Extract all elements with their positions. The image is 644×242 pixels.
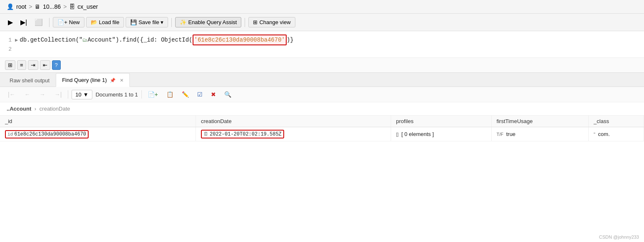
col-class: _class (589, 116, 644, 127)
main-toolbar: ▶ ▶| ⬜ 📄+ New 📂 Load file 💾 Save file ▾ … (0, 14, 644, 31)
line-number-1: 1 (3, 36, 12, 45)
line-number-2: 2 (3, 45, 12, 54)
id-value-wrapper: id 61e8c26c130da90008ba4670 (5, 130, 89, 138)
code-objectid: '61e8c26c130da90008ba4670' (193, 35, 287, 45)
save-icon: 💾 (130, 19, 137, 25)
wand-icon: ✨ (180, 19, 186, 25)
tree-sep: › (35, 106, 36, 112)
id-type-icon: id (7, 132, 13, 137)
view-icon: ⊞ (253, 19, 258, 25)
col-first-time-usage: firstTimeUsage (491, 116, 589, 127)
editor-icon-toolbar: ⊞ ≡ ⇥ ⇤ ? (0, 57, 644, 72)
tree-collection: ..Account (7, 106, 31, 112)
last-page-button[interactable]: →| (52, 90, 65, 99)
cell-class: " com. (589, 127, 644, 141)
enable-query-assist-button[interactable]: ✨ Enable Query Assist (175, 17, 241, 27)
change-view-button[interactable]: ⊞ Change view (248, 17, 295, 27)
breadcrumb-sep2: > (63, 3, 67, 10)
load-icon: 📂 (91, 19, 97, 25)
editor-content[interactable]: 1 ▶ db.getCollection(" 🗂 Account ").find… (0, 31, 644, 57)
array-type-icon: [] (396, 132, 399, 137)
breadcrumb-server: 10...86 (43, 3, 61, 10)
col-creation-date: creationDate (196, 116, 391, 127)
tab-find-query[interactable]: Find Query (line 1) 📌 ✕ (56, 73, 130, 87)
run-script-button[interactable]: ⬜ (32, 16, 46, 28)
code-suffix: )} (287, 35, 294, 44)
collection-name: Account (87, 35, 112, 44)
add-doc-button[interactable]: 📄+ (145, 89, 161, 99)
new-button[interactable]: 📄+ New (53, 17, 84, 27)
load-file-button[interactable]: 📂 Load file (86, 17, 124, 27)
filter-button[interactable]: 🔍 (222, 89, 234, 99)
editor-line-2: 2 (0, 45, 644, 54)
indent-left-button[interactable]: ⇤ (40, 60, 50, 70)
indent-right-button[interactable]: ⇥ (28, 60, 38, 70)
date-value-wrapper: 🗓 2022-01-20T02:02:19.585Z (201, 130, 284, 138)
col-id: _id (0, 116, 196, 127)
run-button[interactable]: ▶ (5, 16, 16, 28)
next-page-button[interactable]: → (37, 90, 48, 99)
server-icon: 🖥 (35, 3, 40, 10)
data-table: _id creationDate profiles firstTimeUsage (0, 116, 644, 141)
cell-profiles: [] [ 0 elements ] (391, 127, 492, 141)
code-middle: ").find({_id: ObjectId( (112, 35, 192, 44)
prev-page-button[interactable]: ← (22, 90, 33, 99)
output-panel: Raw shell output Find Query (line 1) 📌 ✕… (0, 73, 644, 242)
docs-count: Documents 1 to 1 (96, 91, 138, 98)
pin-icon: 📌 (110, 78, 116, 83)
page-size-selector[interactable]: 10 ▼ (72, 90, 92, 99)
tree-field: creationDate (40, 106, 70, 112)
breadcrumb: 👤 root > 🖥 10...86 > 🗄 cx_user (0, 0, 644, 14)
format-button[interactable]: ⊞ (5, 60, 15, 70)
check-button[interactable]: ☑ (195, 89, 205, 99)
bool-type-icon: T/F (497, 132, 504, 137)
dropdown-arrow-icon: ▼ (83, 91, 89, 98)
tab-close-icon[interactable]: ✕ (120, 78, 124, 83)
code-prefix: db.getCollection(" (20, 35, 82, 44)
output-tabs: Raw shell output Find Query (line 1) 📌 ✕ (0, 73, 644, 87)
date-type-icon: 🗓 (203, 131, 208, 137)
breadcrumb-user: root (16, 3, 26, 10)
table-row: id 61e8c26c130da90008ba4670 🗓 2022-01-20… (0, 127, 644, 141)
copy-doc-button[interactable]: 📋 (164, 89, 176, 99)
line-arrow-1: ▶ (15, 37, 18, 44)
results-sep1 (68, 90, 68, 99)
col-profiles: profiles (391, 116, 492, 127)
cell-first-time-usage: T/F true (491, 127, 589, 141)
cell-creation-date: 🗓 2022-01-20T02:02:19.585Z (196, 127, 391, 141)
data-table-container: _id creationDate profiles firstTimeUsage (0, 116, 644, 141)
cell-id: id 61e8c26c130da90008ba4670 (0, 127, 196, 141)
results-sep2 (141, 90, 142, 99)
new-icon: 📄+ (57, 19, 67, 25)
breadcrumb-sep1: > (29, 3, 32, 10)
table-header-row: _id creationDate profiles firstTimeUsage (0, 116, 644, 127)
edit-doc-button[interactable]: ✏️ (179, 89, 191, 99)
toolbar-sep3 (245, 18, 245, 27)
first-page-button[interactable]: |← (5, 90, 18, 99)
help-button[interactable]: ? (52, 60, 61, 70)
results-toolbar: |← ← → →| 10 ▼ Documents 1 to 1 📄+ 📋 ✏️ … (0, 87, 644, 102)
editor-line-1: 1 ▶ db.getCollection(" 🗂 Account ").find… (0, 35, 644, 45)
string-type-icon: " (594, 132, 595, 137)
watermark: CSDN @johnny233 (599, 235, 639, 240)
toolbar-sep1 (49, 18, 50, 27)
toolbar-sep2 (171, 18, 172, 27)
tree-path: ..Account › creationDate (0, 102, 644, 116)
save-file-button[interactable]: 💾 Save file ▾ (126, 17, 168, 27)
editor-area: 1 ▶ db.getCollection(" 🗂 Account ").find… (0, 31, 644, 73)
collection-icon: 🗂 (82, 37, 87, 44)
database-icon: 🗄 (69, 3, 75, 10)
tab-raw-shell[interactable]: Raw shell output (3, 74, 56, 87)
user-icon: 👤 (7, 3, 14, 10)
delete-button[interactable]: ✖ (208, 89, 218, 99)
breadcrumb-database: cx_user (77, 3, 98, 10)
run-to-cursor-button[interactable]: ▶| (17, 16, 30, 28)
expand-button[interactable]: ≡ (17, 60, 26, 70)
